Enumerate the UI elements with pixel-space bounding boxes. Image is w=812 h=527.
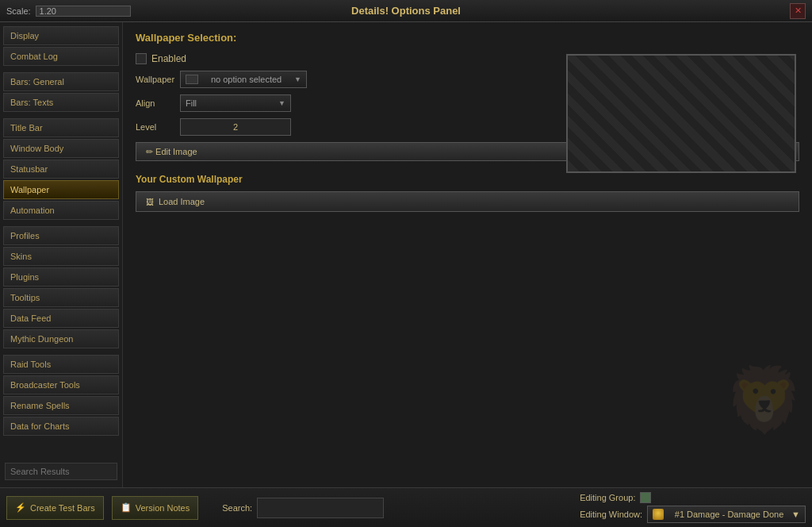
section-title: Wallpaper Selection: bbox=[136, 32, 799, 44]
wallpaper-icon bbox=[186, 75, 198, 84]
corner-tr bbox=[786, 54, 796, 64]
load-image-button[interactable]: 🖼 Load Image bbox=[136, 191, 799, 212]
version-notes-label: Version Notes bbox=[136, 503, 190, 513]
level-label: Level bbox=[136, 122, 175, 132]
wallpaper-dropdown[interactable]: no option selected ▼ bbox=[180, 71, 307, 88]
sidebar-item-bars-general[interactable]: Bars: General bbox=[3, 72, 119, 91]
corner-br bbox=[786, 163, 796, 173]
align-dropdown-arrow: ▼ bbox=[278, 99, 285, 107]
sidebar-group-1: Bars: GeneralBars: Texts bbox=[3, 72, 119, 112]
preview-area bbox=[566, 54, 796, 173]
sidebar-group-3: ProfilesSkinsPluginsTooltipsData FeedMyt… bbox=[3, 226, 119, 348]
sidebar-item-skins[interactable]: Skins bbox=[3, 247, 119, 266]
editing-window-icon bbox=[653, 509, 664, 520]
sidebar-item-bars-texts[interactable]: Bars: Texts bbox=[3, 93, 119, 112]
search-input[interactable] bbox=[257, 498, 384, 518]
editing-window-row: Editing Window: #1 Damage - Damage Done … bbox=[580, 506, 806, 523]
sidebar-item-rename-spells[interactable]: Rename Spells bbox=[3, 396, 119, 415]
scale-label: Scale: bbox=[6, 6, 31, 16]
sidebar-group-2: Title BarWindow BodyStatusbarWallpaperAu… bbox=[3, 118, 119, 220]
sidebar-item-automation[interactable]: Automation bbox=[3, 201, 119, 220]
enabled-label: Enabled bbox=[151, 53, 186, 64]
editing-group-row: Editing Group: bbox=[580, 492, 806, 503]
bottom-bar: ⚡ Create Test Bars 📋 Version Notes Searc… bbox=[0, 487, 812, 527]
scale-bar: 1.20 bbox=[36, 6, 131, 17]
sidebar-group-0: DisplayCombat Log bbox=[3, 26, 119, 66]
enabled-checkbox[interactable] bbox=[136, 53, 147, 64]
edit-image-label: ✏ Edit Image bbox=[146, 147, 197, 157]
sidebar-item-display[interactable]: Display bbox=[3, 26, 119, 45]
sidebar: DisplayCombat LogBars: GeneralBars: Text… bbox=[0, 22, 123, 487]
title-bar: Scale: 1.20 Details! Options Panel ✕ bbox=[0, 0, 812, 22]
preview-frame bbox=[566, 54, 796, 173]
scale-area: Scale: 1.20 bbox=[6, 6, 131, 17]
editing-window-value: #1 Damage - Damage Done bbox=[675, 510, 784, 519]
sidebar-search-area bbox=[3, 460, 119, 483]
sidebar-item-wallpaper[interactable]: Wallpaper bbox=[3, 180, 119, 199]
version-notes-button[interactable]: 📋 Version Notes bbox=[112, 496, 198, 520]
main-layout: DisplayCombat LogBars: GeneralBars: Text… bbox=[0, 22, 812, 487]
wallpaper-label: Wallpaper bbox=[136, 75, 175, 84]
wallpaper-option: no option selected bbox=[211, 75, 282, 84]
search-area: Search: bbox=[222, 498, 384, 518]
sidebar-item-title-bar[interactable]: Title Bar bbox=[3, 118, 119, 137]
sidebar-item-window-body[interactable]: Window Body bbox=[3, 139, 119, 158]
align-option: Fill bbox=[186, 98, 197, 108]
editing-window-dropdown[interactable]: #1 Damage - Damage Done ▼ bbox=[647, 506, 806, 523]
custom-wallpaper-section: Your Custom Wallpaper 🖼 Load Image bbox=[136, 174, 799, 212]
create-test-bars-button[interactable]: ⚡ Create Test Bars bbox=[6, 496, 104, 520]
close-button[interactable]: ✕ bbox=[790, 3, 806, 19]
sidebar-group-4: Raid ToolsBroadcaster ToolsRename Spells… bbox=[3, 355, 119, 436]
window-title: Details! Options Panel bbox=[351, 5, 461, 17]
load-icon: 🖼 bbox=[146, 198, 154, 206]
corner-tl bbox=[566, 54, 576, 64]
sidebar-item-broadcaster-tools[interactable]: Broadcaster Tools bbox=[3, 375, 119, 394]
scale-value: 1.20 bbox=[40, 6, 56, 16]
watermark-lion: 🦁 bbox=[725, 360, 804, 440]
level-input[interactable] bbox=[180, 118, 291, 136]
align-label: Align bbox=[136, 98, 175, 108]
editing-group-checkbox[interactable] bbox=[640, 492, 651, 503]
sidebar-item-data-feed[interactable]: Data Feed bbox=[3, 309, 119, 328]
wallpaper-dropdown-arrow: ▼ bbox=[294, 75, 301, 83]
corner-bl bbox=[566, 163, 576, 173]
sidebar-search-input[interactable] bbox=[5, 463, 117, 480]
search-label: Search: bbox=[222, 503, 252, 513]
sidebar-item-combat-log[interactable]: Combat Log bbox=[3, 47, 119, 66]
editing-window-label: Editing Window: bbox=[580, 510, 642, 519]
sidebar-item-tooltips[interactable]: Tooltips bbox=[3, 288, 119, 307]
sidebar-item-raid-tools[interactable]: Raid Tools bbox=[3, 355, 119, 374]
create-test-bars-label: Create Test Bars bbox=[30, 503, 95, 513]
editing-area: Editing Group: Editing Window: #1 Damage… bbox=[580, 492, 806, 523]
create-test-bars-icon: ⚡ bbox=[15, 502, 26, 513]
editing-window-arrow: ▼ bbox=[791, 510, 800, 519]
custom-wallpaper-title: Your Custom Wallpaper bbox=[136, 174, 799, 185]
sidebar-item-profiles[interactable]: Profiles bbox=[3, 226, 119, 245]
editing-group-label: Editing Group: bbox=[580, 493, 635, 502]
load-image-label: Load Image bbox=[159, 197, 205, 206]
content-area: Wallpaper Selection: Enabled Wallpaper n… bbox=[123, 22, 812, 487]
sidebar-item-data-for-charts[interactable]: Data for Charts bbox=[3, 417, 119, 436]
align-dropdown[interactable]: Fill ▼ bbox=[180, 94, 291, 112]
sidebar-item-plugins[interactable]: Plugins bbox=[3, 267, 119, 287]
sidebar-item-mythic-dungeon[interactable]: Mythic Dungeon bbox=[3, 329, 119, 348]
version-notes-icon: 📋 bbox=[121, 502, 132, 513]
sidebar-item-statusbar[interactable]: Statusbar bbox=[3, 160, 119, 179]
